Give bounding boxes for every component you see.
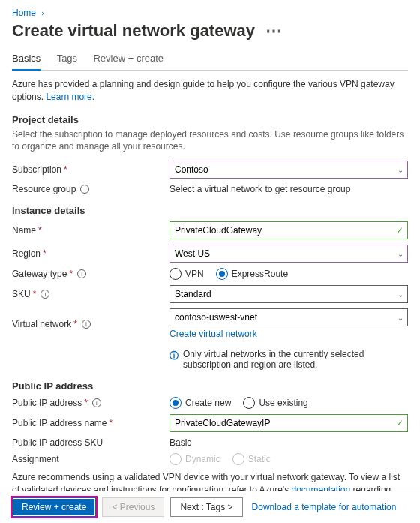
vnet-info-text: Only virtual networks in the currently s…: [183, 349, 408, 370]
download-template-link[interactable]: Download a template for automation: [252, 502, 397, 512]
review-create-button[interactable]: Review + create: [12, 497, 96, 517]
resource-group-value: Select a virtual network to get resource…: [170, 184, 408, 194]
create-vnet-link[interactable]: Create virtual network: [170, 329, 408, 339]
more-icon[interactable]: ⋯: [266, 21, 282, 41]
gateway-type-label: Gateway type: [12, 269, 67, 279]
pip-name-label: Public IP address name: [12, 418, 107, 428]
required-indicator: *: [64, 164, 68, 175]
tab-review-create[interactable]: Review + create: [93, 48, 164, 69]
info-icon[interactable]: i: [77, 269, 86, 278]
previous-button: < Previous: [102, 497, 164, 517]
sku-label: SKU: [12, 289, 31, 299]
name-input[interactable]: [170, 221, 408, 239]
name-label: Name: [12, 225, 36, 236]
info-icon[interactable]: i: [82, 320, 91, 329]
sku-select[interactable]: [170, 285, 408, 303]
assignment-label: Assignment: [12, 454, 59, 464]
tabs: Basics Tags Review + create: [12, 48, 408, 71]
info-icon[interactable]: i: [80, 185, 89, 194]
pip-create-new-radio[interactable]: Create new: [170, 397, 231, 409]
pip-sku-value: Basic: [170, 437, 408, 448]
region-select[interactable]: [170, 245, 408, 263]
breadcrumb-home[interactable]: Home: [12, 8, 36, 18]
vnet-label: Virtual network: [12, 319, 71, 329]
subscription-label: Subscription: [12, 164, 62, 175]
section-instance-title: Instance details: [12, 205, 408, 216]
vnet-select[interactable]: [170, 308, 408, 326]
next-button[interactable]: Next : Tags >: [170, 497, 242, 517]
pip-use-existing-radio[interactable]: Use existing: [243, 397, 308, 409]
resource-group-label: Resource group: [12, 184, 76, 194]
info-icon[interactable]: i: [92, 398, 101, 407]
info-icon: ⓘ: [170, 350, 178, 370]
pip-name-input[interactable]: [170, 414, 408, 432]
assignment-dynamic-radio: Dynamic: [170, 453, 220, 465]
info-icon[interactable]: i: [40, 290, 50, 299]
section-publicip-title: Public IP address: [12, 380, 408, 392]
region-label: Region: [12, 248, 40, 259]
learn-more-link[interactable]: Learn more.: [46, 92, 94, 102]
subscription-select[interactable]: [170, 161, 408, 179]
pip-sku-label: Public IP address SKU: [12, 437, 103, 448]
tab-tags[interactable]: Tags: [57, 48, 77, 69]
intro-text: Azure has provided a planning and design…: [12, 78, 408, 104]
assignment-static-radio: Static: [232, 453, 271, 465]
chevron-right-icon: ›: [41, 9, 44, 17]
gateway-type-expressroute-radio[interactable]: ExpressRoute: [216, 268, 288, 280]
section-project-title: Project details: [12, 114, 408, 125]
pip-label: Public IP address: [12, 398, 82, 408]
page-title: Create virtual network gateway ⋯: [12, 21, 408, 41]
breadcrumb[interactable]: Home ›: [12, 8, 408, 18]
footer: Review + create < Previous Next : Tags >…: [0, 491, 420, 523]
section-project-desc: Select the subscription to manage deploy…: [12, 128, 408, 154]
tab-basics[interactable]: Basics: [12, 48, 40, 71]
gateway-type-vpn-radio[interactable]: VPN: [170, 268, 204, 280]
